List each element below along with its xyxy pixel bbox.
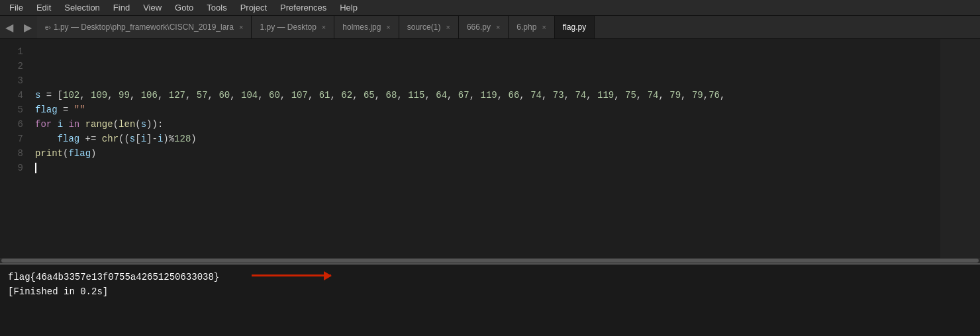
tab-1py-lara[interactable]: e› 1.py — Desktop\php_framework\CISCN_20… (37, 16, 252, 38)
tab-next-button[interactable]: ▶ (19, 16, 37, 38)
tab-holmes[interactable]: holmes.jpg × (334, 16, 399, 38)
terminal-line-2: [Finished in 0.2s] (8, 284, 972, 299)
line-numbers: 1 2 3 4 5 6 7 8 9 (0, 39, 30, 258)
menu-file[interactable]: File (3, 1, 30, 14)
menu-preferences[interactable]: Preferences (273, 1, 333, 14)
red-arrow-icon (252, 274, 331, 276)
tab-label-5: 666.py (467, 22, 491, 32)
line-num-1: 1 (0, 44, 23, 59)
menu-help[interactable]: Help (333, 1, 364, 14)
line-num-3: 3 (0, 73, 23, 88)
line-num-6: 6 (0, 117, 23, 132)
tab-label-7: flag.py (563, 22, 586, 32)
code-line-1 (35, 44, 980, 59)
line-num-2: 2 (0, 59, 23, 73)
menu-tools[interactable]: Tools (200, 1, 233, 14)
code-line-8: print(flag) (35, 146, 980, 161)
tab-close-6[interactable]: × (542, 23, 546, 31)
horizontal-scrollbar[interactable] (0, 258, 980, 263)
tab-close-3[interactable]: × (386, 23, 390, 31)
tab-label-3: holmes.jpg (342, 22, 381, 32)
tab-icon-1: e› (45, 24, 51, 31)
tab-6php[interactable]: 6.php × (509, 16, 554, 38)
terminal-line-1: flag{46a4b3357e13f0755a42651250633038} (8, 270, 972, 284)
menu-view[interactable]: View (136, 1, 168, 14)
menu-find[interactable]: Find (107, 1, 136, 14)
line-num-5: 5 (0, 103, 23, 117)
menu-edit[interactable]: Edit (30, 1, 58, 14)
menu-bar: File Edit Selection Find View Goto Tools… (0, 0, 980, 16)
tab-label-2: 1.py — Desktop (260, 22, 316, 32)
code-line-9 (35, 161, 980, 175)
line-num-9: 9 (0, 161, 23, 175)
scrollbar-thumb[interactable] (1, 259, 979, 263)
tab-label-6: 6.php (516, 22, 536, 32)
tab-close-4[interactable]: × (446, 23, 450, 31)
code-line-3 (35, 73, 980, 88)
line-num-7: 7 (0, 132, 23, 146)
code-line-7: flag += chr((s[i]-i)%128) (35, 132, 980, 146)
code-line-4: s = [102, 109, 99, 106, 127, 57, 60, 104… (35, 88, 980, 103)
menu-project[interactable]: Project (234, 1, 273, 14)
tab-1py-desktop[interactable]: 1.py — Desktop × (252, 16, 334, 38)
editor-area: 1 2 3 4 5 6 7 8 9 s = [102, 109, 99, 106… (0, 39, 980, 258)
tab-prev-button[interactable]: ◀ (0, 16, 19, 38)
terminal-area: flag{46a4b3357e13f0755a42651250633038} [… (0, 263, 980, 336)
tab-close-1[interactable]: × (239, 23, 243, 31)
tab-label-1: 1.py — Desktop\php_framework\CISCN_2019_… (54, 22, 234, 32)
code-line-2 (35, 59, 980, 73)
tab-bar: ◀ ▶ e› 1.py — Desktop\php_framework\CISC… (0, 16, 980, 39)
tab-666py[interactable]: 666.py × (459, 16, 509, 38)
tab-flagpy[interactable]: flag.py (555, 16, 595, 38)
tab-close-5[interactable]: × (496, 23, 500, 31)
line-num-8: 8 (0, 146, 23, 161)
terminal-output: flag{46a4b3357e13f0755a42651250633038} [… (8, 270, 972, 299)
tab-source[interactable]: source(1) × (399, 16, 459, 38)
code-line-5: flag = "" (35, 103, 980, 117)
arrow-indicator (252, 274, 331, 276)
code-line-6: for i in range(len(s)): (35, 117, 980, 132)
minimap (940, 39, 980, 258)
tab-close-2[interactable]: × (322, 23, 326, 31)
tab-label-4: source(1) (407, 22, 441, 32)
menu-selection[interactable]: Selection (58, 1, 106, 14)
line-num-4: 4 (0, 88, 23, 103)
menu-goto[interactable]: Goto (168, 1, 200, 14)
code-editor[interactable]: s = [102, 109, 99, 106, 127, 57, 60, 104… (30, 39, 980, 258)
